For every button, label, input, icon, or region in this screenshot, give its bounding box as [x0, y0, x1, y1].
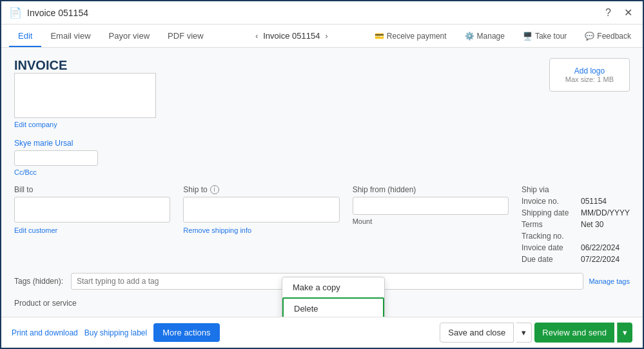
- chevron-right-icon[interactable]: ›: [325, 32, 327, 41]
- terms-label: Terms: [522, 220, 571, 229]
- ship-via-value: [581, 185, 630, 194]
- customer-email-input[interactable]: [14, 150, 98, 166]
- invoice-info-grid: Ship via Invoice no. 051154 Shipping dat…: [522, 185, 630, 264]
- receive-payment-action[interactable]: 💳 Receive payment: [371, 29, 451, 43]
- customer-section: Skye marie Ursal Cc/Bcc: [14, 139, 630, 176]
- more-actions-button[interactable]: More actions: [153, 323, 219, 342]
- invoice-no-value: 051154: [581, 197, 630, 206]
- toolbar-right: Save and close ▾ Review and send ▾: [440, 323, 632, 343]
- bill-to-label: Bill to: [14, 185, 170, 194]
- feedback-action[interactable]: 💬 Feedback: [581, 29, 635, 43]
- due-date-value: 07/22/2024: [581, 255, 630, 264]
- ship-to-input[interactable]: [183, 197, 339, 223]
- feedback-icon: 💬: [585, 32, 594, 41]
- invoice-title: INVOICE: [14, 58, 156, 73]
- tab-email-view[interactable]: Email view: [41, 26, 99, 47]
- nav-tabs-bar: Edit Email view Payor view PDF view ‹ In…: [1, 25, 643, 48]
- menu-item-delete[interactable]: Delete: [282, 297, 384, 317]
- customer-name[interactable]: Skye marie Ursal: [14, 139, 630, 148]
- remove-shipping-link[interactable]: Remove shipping info: [183, 226, 251, 234]
- dropdown-menu: Make a copy Delete Void Transaction jour…: [282, 277, 385, 317]
- nav-center: ‹ Invoice 051154 ›: [213, 31, 371, 41]
- title-bar-actions: ? ✕: [603, 5, 635, 20]
- tracking-no-label: Tracking no.: [522, 232, 571, 241]
- menu-item-make-copy[interactable]: Make a copy: [282, 277, 384, 297]
- tab-pdf-view[interactable]: PDF view: [159, 26, 213, 47]
- shipping-date-value: MM/DD/YYYY: [581, 208, 630, 217]
- bottom-toolbar: Print and download Buy shipping label Mo…: [1, 317, 643, 348]
- invoice-date-value: 06/22/2024: [581, 243, 630, 252]
- invoice-info-grid-container: Ship via Invoice no. 051154 Shipping dat…: [522, 185, 630, 264]
- invoice-no-label: Invoice no.: [522, 197, 571, 206]
- ship-from-input[interactable]: [353, 197, 509, 215]
- receive-payment-icon: 💳: [375, 32, 384, 41]
- help-button[interactable]: ?: [603, 6, 614, 20]
- invoice-date-label: Invoice date: [522, 243, 571, 252]
- due-date-label: Due date: [522, 255, 571, 264]
- save-close-button[interactable]: Save and close: [440, 323, 514, 343]
- ship-to-actions: Remove shipping info: [183, 226, 339, 234]
- bill-to-actions: Edit customer: [14, 226, 170, 234]
- main-content: INVOICE Edit company Add logo Max size: …: [1, 48, 643, 317]
- feedback-label: Feedback: [597, 32, 631, 41]
- mount-label: Mount: [353, 217, 509, 225]
- add-logo-box[interactable]: Add logo Max size: 1 MB: [549, 58, 630, 92]
- invoice-icon: 📄: [9, 6, 22, 19]
- receive-payment-label: Receive payment: [387, 32, 447, 41]
- review-send-button[interactable]: Review and send: [534, 323, 614, 343]
- take-tour-label: Take tour: [535, 32, 567, 41]
- max-size-label: Max size: 1 MB: [565, 75, 614, 83]
- nav-right-actions: 💳 Receive payment ⚙️ Manage 🖥️ Take tour…: [371, 29, 635, 43]
- logo-placeholder: [14, 73, 156, 118]
- manage-label: Manage: [477, 32, 505, 41]
- take-tour-action[interactable]: 🖥️ Take tour: [519, 29, 571, 43]
- print-download-button[interactable]: Print and download: [12, 328, 78, 337]
- invoice-title-section: INVOICE Edit company: [14, 58, 156, 128]
- invoice-header: INVOICE Edit company Add logo Max size: …: [14, 58, 630, 128]
- tags-label: Tags (hidden):: [14, 277, 66, 286]
- manage-tags-link[interactable]: Manage tags: [589, 277, 630, 285]
- edit-company-link[interactable]: Edit company: [14, 121, 156, 128]
- main-window: 📄 Invoice 051154 ? ✕ Edit Email view Pay…: [0, 0, 644, 349]
- save-close-dropdown-button[interactable]: ▾: [516, 323, 532, 343]
- ship-to-field: Ship to i Remove shipping info: [183, 185, 339, 234]
- shipping-date-label: Shipping date: [522, 208, 571, 217]
- manage-action[interactable]: ⚙️ Manage: [461, 29, 509, 43]
- bill-to-input[interactable]: [14, 197, 170, 223]
- buy-shipping-button[interactable]: Buy shipping label: [84, 328, 147, 337]
- ship-from-field: Ship from (hidden) Mount: [353, 185, 509, 225]
- edit-customer-link[interactable]: Edit customer: [14, 226, 57, 234]
- ship-from-label: Ship from (hidden): [353, 185, 509, 194]
- review-send-dropdown-button[interactable]: ▾: [617, 323, 632, 343]
- tab-payor-view[interactable]: Payor view: [100, 26, 159, 47]
- address-row: Bill to Edit customer Ship to i Remove s…: [14, 185, 630, 264]
- ship-via-label: Ship via: [522, 185, 571, 194]
- manage-icon: ⚙️: [465, 32, 474, 41]
- ship-to-label: Ship to i: [183, 185, 339, 194]
- invoice-center-label: Invoice 051154: [263, 31, 320, 41]
- chevron-left-icon[interactable]: ‹: [255, 32, 258, 41]
- terms-value: Net 30: [581, 220, 630, 229]
- bill-to-field: Bill to Edit customer: [14, 185, 170, 234]
- tab-edit[interactable]: Edit: [9, 26, 41, 47]
- take-tour-icon: 🖥️: [523, 32, 532, 41]
- cc-bcc-link[interactable]: Cc/Bcc: [14, 168, 630, 176]
- add-logo-text: Add logo: [565, 66, 614, 75]
- window-title: Invoice 051154: [27, 8, 603, 18]
- title-bar: 📄 Invoice 051154 ? ✕: [1, 1, 643, 25]
- close-button[interactable]: ✕: [621, 5, 635, 20]
- ship-to-info-icon: i: [210, 185, 219, 194]
- tracking-no-value: [581, 232, 630, 241]
